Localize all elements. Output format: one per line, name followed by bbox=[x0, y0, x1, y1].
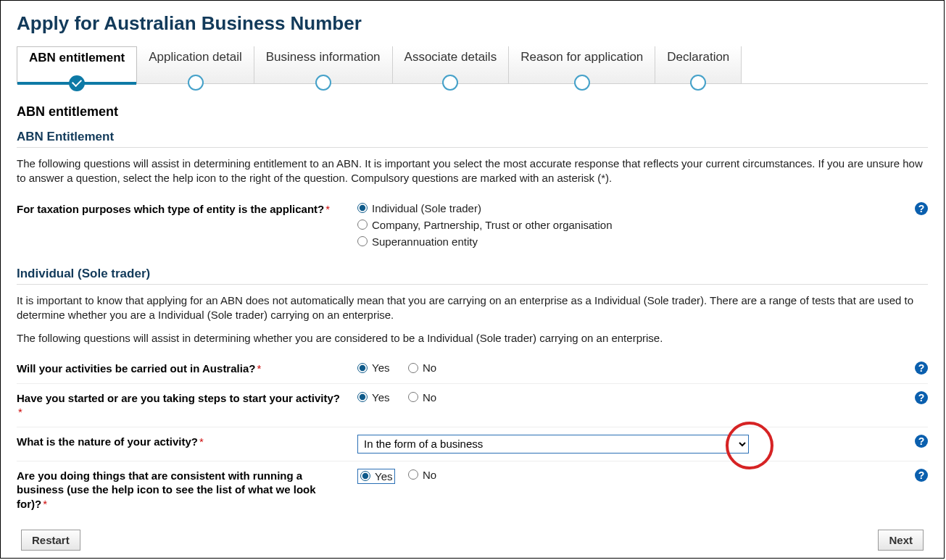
option-label: No bbox=[423, 391, 436, 404]
section-heading-sole-trader: Individual (Sole trader) bbox=[17, 267, 928, 285]
started-radio-no[interactable] bbox=[408, 392, 418, 402]
entity-type-label: For taxation purposes which type of enti… bbox=[17, 202, 357, 217]
option-label: Yes bbox=[375, 470, 392, 482]
step-application-detail[interactable]: Application detail bbox=[137, 46, 254, 83]
next-button[interactable]: Next bbox=[878, 530, 924, 551]
australia-radio-no[interactable] bbox=[408, 363, 418, 373]
started-radio-yes[interactable] bbox=[357, 392, 368, 402]
section-heading-entitlement: ABN Entitlement bbox=[17, 130, 928, 148]
help-icon[interactable]: ? bbox=[915, 391, 928, 404]
running-radio-no[interactable] bbox=[408, 469, 418, 480]
started-label: Have you started or are you taking steps… bbox=[17, 391, 357, 419]
sole-trader-intro2: The following questions will assist in d… bbox=[17, 331, 928, 346]
nature-label: What is the nature of your activity?* bbox=[17, 435, 357, 449]
australia-label: Will your activities be carried out in A… bbox=[17, 362, 357, 376]
australia-yes[interactable]: Yes bbox=[357, 362, 389, 374]
entity-radio-company[interactable] bbox=[357, 220, 368, 230]
restart-button[interactable]: Restart bbox=[21, 530, 80, 551]
question-australia: Will your activities be carried out in A… bbox=[17, 354, 928, 384]
australia-no[interactable]: No bbox=[408, 362, 436, 374]
running-label: Are you doing things that are consistent… bbox=[17, 469, 357, 511]
option-label: No bbox=[423, 469, 436, 481]
current-step-heading: ABN entitlement bbox=[17, 104, 928, 120]
entity-option-individual[interactable]: Individual (Sole trader) bbox=[357, 202, 928, 214]
step-label: Declaration bbox=[667, 50, 729, 64]
question-started: Have you started or are you taking steps… bbox=[17, 384, 928, 427]
step-label: Application detail bbox=[149, 50, 242, 64]
entity-radio-individual[interactable] bbox=[357, 203, 368, 213]
step-label: Reason for application bbox=[520, 50, 643, 64]
option-label: Yes bbox=[372, 391, 389, 404]
option-label: No bbox=[423, 362, 436, 374]
australia-radio-yes[interactable] bbox=[357, 363, 368, 373]
step-declaration[interactable]: Declaration bbox=[655, 46, 742, 83]
started-yes[interactable]: Yes bbox=[357, 391, 389, 404]
help-icon[interactable]: ? bbox=[915, 469, 928, 482]
nature-select[interactable]: In the form of a business bbox=[357, 435, 749, 454]
running-yes[interactable]: Yes bbox=[357, 469, 395, 484]
step-associate-details[interactable]: Associate details bbox=[393, 46, 510, 83]
option-label: Yes bbox=[372, 362, 389, 374]
step-abn-entitlement[interactable]: ABN entitlement bbox=[17, 46, 137, 84]
step-business-information[interactable]: Business information bbox=[254, 46, 393, 83]
running-no[interactable]: No bbox=[408, 469, 436, 481]
progress-steps: ABN entitlement Application detail Busin… bbox=[17, 46, 928, 84]
entity-option-company[interactable]: Company, Partnership, Trust or other org… bbox=[357, 219, 928, 231]
step-reason-for-application[interactable]: Reason for application bbox=[509, 46, 655, 83]
button-row: Restart Next bbox=[17, 530, 928, 551]
step-label: Business information bbox=[266, 50, 381, 64]
entity-option-label: Superannuation entity bbox=[372, 235, 478, 248]
entitlement-intro: The following questions will assist in d… bbox=[17, 156, 928, 186]
step-label: Associate details bbox=[404, 50, 497, 64]
entity-option-super[interactable]: Superannuation entity bbox=[357, 235, 928, 248]
help-icon[interactable]: ? bbox=[915, 435, 928, 448]
question-nature: What is the nature of your activity?* In… bbox=[17, 427, 928, 461]
question-running-business: Are you doing things that are consistent… bbox=[17, 461, 928, 519]
question-entity-type: For taxation purposes which type of enti… bbox=[17, 195, 928, 259]
step-label: ABN entitlement bbox=[29, 51, 125, 64]
running-radio-yes[interactable] bbox=[360, 471, 370, 481]
entity-radio-super[interactable] bbox=[357, 236, 368, 246]
entity-option-label: Company, Partnership, Trust or other org… bbox=[372, 219, 613, 231]
started-no[interactable]: No bbox=[408, 391, 436, 404]
page-title: Apply for Australian Business Number bbox=[17, 12, 928, 35]
entity-option-label: Individual (Sole trader) bbox=[372, 202, 481, 214]
sole-trader-intro1: It is important to know that applying fo… bbox=[17, 293, 928, 323]
help-icon[interactable]: ? bbox=[915, 202, 928, 215]
